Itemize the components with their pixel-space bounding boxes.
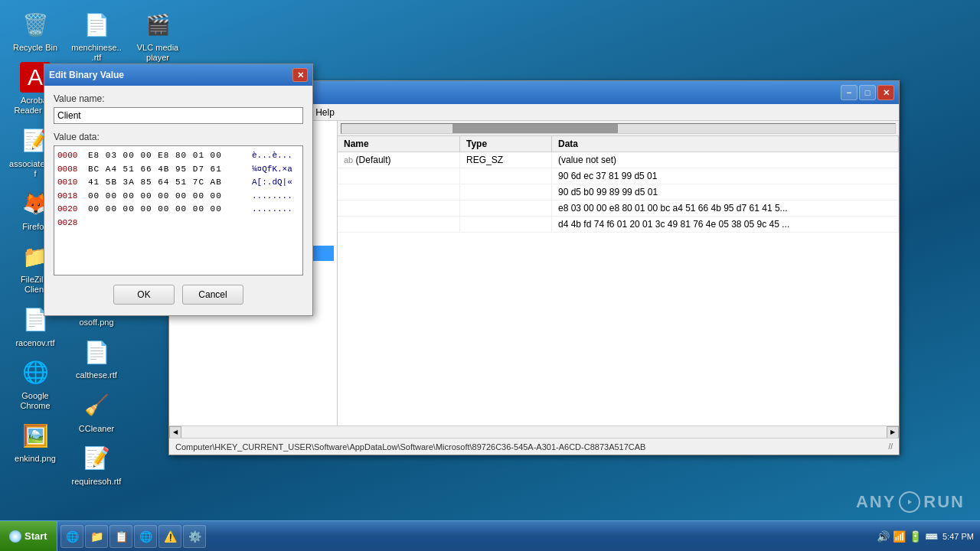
binary-row-0010: 0010 41 5B 3A 85 64 51 7C AB A[:.dQ|« [57,176,299,190]
dialog-title: Edit Binary Value [49,70,124,80]
value-name-label: Value name: [54,93,303,104]
desktop: 🗑️ Recycle Bin A Acrobat Reader DC 📝 ass… [0,0,980,551]
binary-row-0028: 0028 [57,217,299,230]
value-data-label: Value data: [54,132,303,142]
binary-data-area[interactable]: 0000 E8 03 00 00 E8 80 01 00 è...è... 00… [54,145,303,276]
binary-row-0000: 0000 E8 03 00 00 E8 80 01 00 è...è... [57,149,299,163]
dialog-titlebar: Edit Binary Value ✕ [44,64,312,86]
dialog-overlay: Edit Binary Value ✕ Value name: Value da… [0,0,980,551]
value-name-input[interactable] [54,107,303,124]
binary-row-0018: 0018 00 00 00 00 00 00 00 00 ........ [57,190,299,204]
dialog-buttons: OK Cancel [54,285,303,308]
ok-button[interactable]: OK [113,285,175,305]
binary-row-0008: 0008 BC A4 51 66 4B 95 D7 61 ¼¤QfK.×a [57,163,299,177]
cancel-button[interactable]: Cancel [182,285,243,305]
dialog-content: Value name: Value data: 0000 E8 03 00 00… [44,86,312,315]
dialog-close-button[interactable]: ✕ [292,68,308,82]
binary-row-0020: 0020 00 00 00 00 00 00 00 00 ........ [57,203,299,217]
edit-binary-dialog: Edit Binary Value ✕ Value name: Value da… [44,64,313,316]
